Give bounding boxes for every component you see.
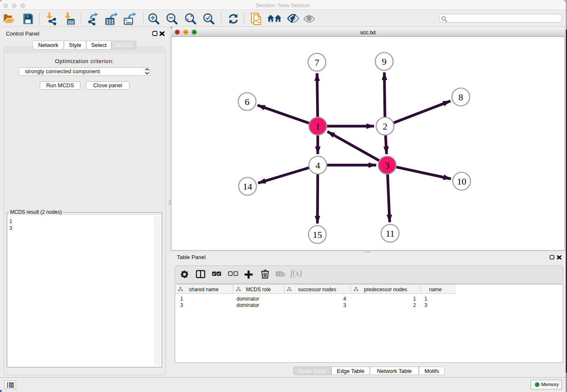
svg-text:2: 2 (383, 121, 388, 132)
svg-text:11: 11 (385, 228, 394, 239)
svg-text:10: 10 (457, 176, 466, 187)
svg-text:15: 15 (313, 229, 322, 240)
svg-text:8: 8 (459, 92, 463, 102)
svg-text:1: 1 (316, 121, 320, 132)
svg-text:14: 14 (243, 181, 252, 192)
svg-text:3: 3 (385, 160, 390, 171)
svg-text:7: 7 (315, 57, 319, 68)
svg-text:4: 4 (316, 160, 320, 171)
svg-text:6: 6 (245, 97, 250, 107)
svg-text:9: 9 (382, 56, 387, 67)
